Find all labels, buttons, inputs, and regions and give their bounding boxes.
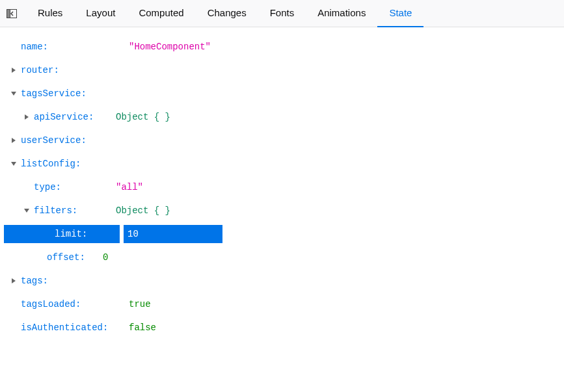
chevron-down-icon <box>22 206 31 215</box>
state-row-limit[interactable]: limit: 10 <box>0 222 564 246</box>
chevron-right-icon <box>9 136 18 145</box>
state-key: type: <box>34 182 61 192</box>
state-value: false <box>129 322 156 333</box>
state-value: "all" <box>116 182 143 192</box>
devtools-tabbar: Rules Layout Computed Changes Fonts Anim… <box>0 0 564 27</box>
state-row-filters[interactable]: filters: Object { } <box>0 199 564 222</box>
state-key: limit: <box>55 229 87 239</box>
state-row-name[interactable]: name: "HomeComponent" <box>0 35 564 59</box>
tab-state[interactable]: State <box>377 0 423 27</box>
state-key: isAuthenticated: <box>21 322 108 333</box>
chevron-down-icon <box>9 159 18 168</box>
chevron-right-icon <box>9 276 18 285</box>
tab-list: Rules Layout Computed Changes Fonts Anim… <box>26 0 423 27</box>
tab-animations[interactable]: Animations <box>306 0 377 27</box>
state-key: router: <box>21 65 59 75</box>
state-row-offset[interactable]: offset: 0 <box>0 246 564 269</box>
tab-computed[interactable]: Computed <box>127 0 195 27</box>
state-row-userService[interactable]: userService: <box>0 129 564 152</box>
chevron-right-icon <box>9 66 18 75</box>
state-value: 10 <box>124 225 222 243</box>
tab-layout[interactable]: Layout <box>74 0 127 27</box>
state-value: Object { } <box>116 112 170 122</box>
state-key: name: <box>21 42 48 52</box>
tab-rules[interactable]: Rules <box>26 0 74 27</box>
state-row-type[interactable]: type: "all" <box>0 176 564 199</box>
state-key: listConfig: <box>21 159 81 169</box>
chevron-down-icon <box>9 89 18 98</box>
state-key: tagsLoaded: <box>21 299 81 309</box>
state-row-tags[interactable]: tags: <box>0 269 564 293</box>
tab-changes[interactable]: Changes <box>196 0 258 27</box>
state-key: tagsService: <box>21 88 87 99</box>
state-row-isAuthenticated[interactable]: isAuthenticated: false <box>0 316 564 339</box>
state-value: "HomeComponent" <box>129 42 211 52</box>
sidebar-toggle-button[interactable] <box>5 8 18 19</box>
panel-toggle-icon <box>7 9 17 18</box>
state-row-tagsService[interactable]: tagsService: <box>0 82 564 105</box>
svg-rect-1 <box>7 9 10 18</box>
state-key: userService: <box>21 135 87 146</box>
state-row-tagsLoaded[interactable]: tagsLoaded: true <box>0 293 564 316</box>
state-row-router[interactable]: router: <box>0 59 564 82</box>
state-key: apiService: <box>34 112 94 122</box>
state-value: 0 <box>103 252 108 263</box>
state-panel: name: "HomeComponent" router: tagsServic… <box>0 27 564 347</box>
state-value: Object { } <box>116 205 170 216</box>
state-key: offset: <box>47 252 85 263</box>
state-key: filters: <box>34 205 77 216</box>
state-value: true <box>129 299 151 309</box>
chevron-right-icon <box>22 112 31 122</box>
state-row-apiService[interactable]: apiService: Object { } <box>0 105 564 129</box>
tab-fonts[interactable]: Fonts <box>258 0 306 27</box>
state-key: tags: <box>21 276 48 286</box>
state-row-listConfig[interactable]: listConfig: <box>0 152 564 176</box>
